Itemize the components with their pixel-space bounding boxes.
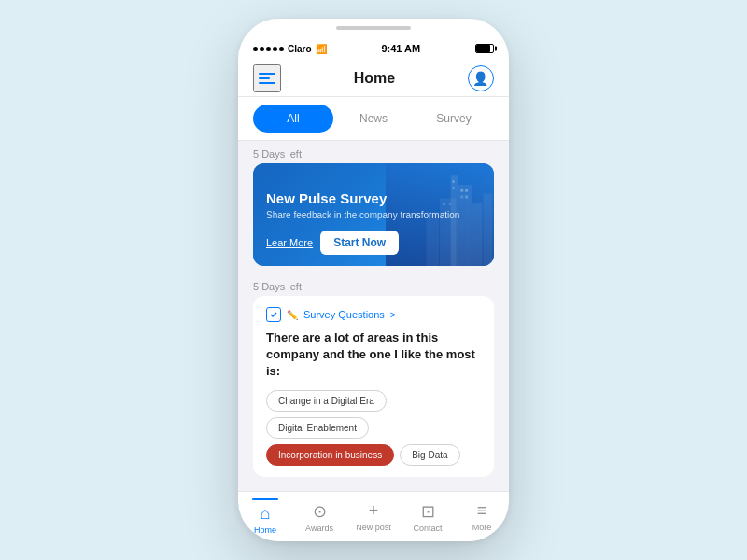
tab-news[interactable]: News xyxy=(333,105,414,133)
phone-device: Claro 📶 9:41 AM Home 👤 All News Survey xyxy=(238,19,509,541)
nav-label-new-post: New post xyxy=(356,523,391,532)
card-content: New Pulse Survey Share feedback in the c… xyxy=(253,179,494,266)
signal-dot-3 xyxy=(266,47,271,51)
nav-label-more: More xyxy=(472,523,492,532)
answer-chip-1[interactable]: Change in a Digital Era xyxy=(266,390,387,412)
section-2-label: 5 Days left xyxy=(238,273,509,296)
bottom-nav: ⌂ Home ⊙ Awards + New post ⊡ Contact ≡ M… xyxy=(238,491,509,541)
wifi-icon: 📶 xyxy=(316,44,327,54)
checkbox-icon xyxy=(269,310,278,319)
tab-all[interactable]: All xyxy=(253,105,333,133)
awards-icon: ⊙ xyxy=(313,501,327,522)
nav-item-contact[interactable]: ⊡ Contact xyxy=(401,501,455,533)
nav-item-awards[interactable]: ⊙ Awards xyxy=(292,501,346,533)
nav-item-more[interactable]: ≡ More xyxy=(455,501,509,532)
hamburger-line-3 xyxy=(259,82,275,84)
question-text: There are a lot of areas in this company… xyxy=(266,329,481,381)
status-left: Claro 📶 xyxy=(253,44,327,54)
signal-dots xyxy=(253,47,284,51)
pulse-survey-card: New Pulse Survey Share feedback in the c… xyxy=(253,163,494,266)
status-right xyxy=(475,44,494,53)
status-time: 9:41 AM xyxy=(381,43,420,54)
plus-icon: + xyxy=(369,501,379,521)
active-bar xyxy=(252,498,278,500)
card-subtitle: Share feedback in the company transforma… xyxy=(266,209,483,221)
scroll-content[interactable]: 5 Days left xyxy=(238,141,509,491)
card-actions: Lear More Start Now xyxy=(266,231,483,255)
avatar-icon: 👤 xyxy=(472,71,488,86)
nav-label-awards: Awards xyxy=(305,524,333,533)
battery-icon xyxy=(475,44,494,53)
home-indicator xyxy=(336,26,411,30)
tab-survey[interactable]: Survey xyxy=(414,105,494,133)
signal-dot-4 xyxy=(273,47,277,51)
nav-label-home: Home xyxy=(254,525,276,535)
menu-button[interactable] xyxy=(253,64,281,92)
carrier-name: Claro xyxy=(288,44,312,54)
hamburger-icon xyxy=(259,73,275,84)
page-title: Home xyxy=(354,70,395,87)
card-meta: ✏️ Survey Questions > xyxy=(266,307,481,322)
survey-icon xyxy=(266,307,281,322)
question-card: ✏️ Survey Questions > There are a lot of… xyxy=(253,296,494,477)
status-bar: Claro 📶 9:41 AM xyxy=(238,37,509,60)
start-now-button[interactable]: Start Now xyxy=(320,231,399,255)
hamburger-line-1 xyxy=(259,73,275,75)
answer-options: Change in a Digital Era Digital Enableme… xyxy=(266,390,481,466)
nav-item-new-post[interactable]: + New post xyxy=(346,501,401,532)
answer-chip-3[interactable]: Incorporation in business xyxy=(266,444,394,466)
more-icon: ≡ xyxy=(477,501,487,521)
contact-icon: ⊡ xyxy=(421,501,435,522)
survey-arrow-icon: > xyxy=(390,310,396,320)
home-icon: ⌂ xyxy=(261,504,271,524)
edit-icon: ✏️ xyxy=(287,310,298,320)
learn-more-button[interactable]: Lear More xyxy=(266,237,313,248)
answer-chip-2[interactable]: Digital Enablement xyxy=(266,417,369,439)
signal-dot-2 xyxy=(260,47,264,51)
hamburger-line-2 xyxy=(259,77,270,79)
battery-fill xyxy=(476,45,490,52)
card-title: New Pulse Survey xyxy=(266,190,483,206)
nav-label-contact: Contact xyxy=(413,524,442,533)
section-1-label: 5 Days left xyxy=(238,141,509,163)
avatar-button[interactable]: 👤 xyxy=(468,65,494,91)
signal-dot-5 xyxy=(279,47,284,51)
nav-item-home[interactable]: ⌂ Home xyxy=(238,498,292,535)
survey-questions-label[interactable]: Survey Questions xyxy=(303,309,385,320)
filter-tabs: All News Survey xyxy=(238,97,509,141)
answer-chip-4[interactable]: Big Data xyxy=(400,444,459,466)
signal-dot-1 xyxy=(253,47,258,51)
top-bar xyxy=(238,19,509,37)
nav-bar: Home 👤 xyxy=(238,60,509,97)
